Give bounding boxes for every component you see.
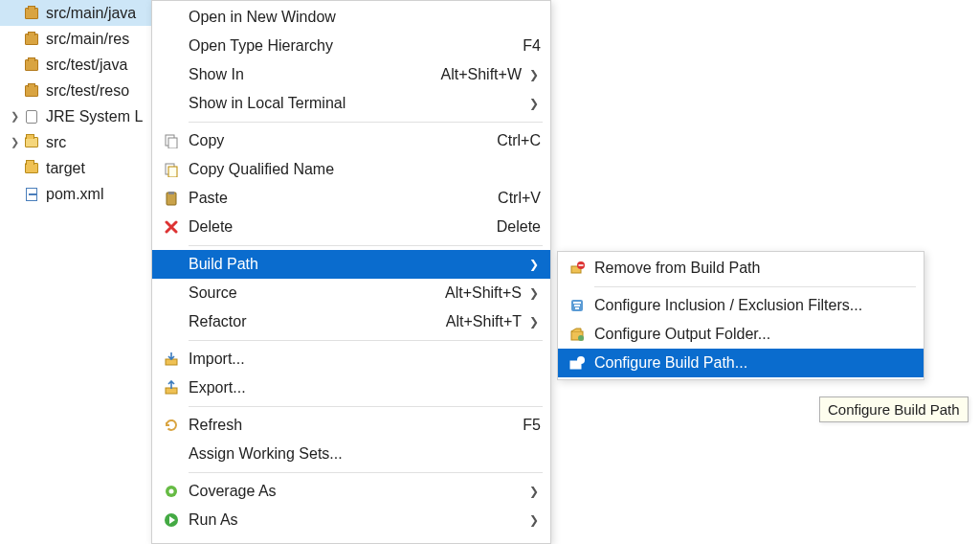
menu-separator	[189, 340, 543, 341]
pkg-icon	[23, 31, 40, 48]
blank-icon	[160, 37, 183, 55]
tree-item[interactable]: src/test/reso	[0, 78, 153, 103]
menu-item-accel: F4	[503, 37, 541, 55]
submenu-arrow-icon: ❯	[527, 286, 541, 300]
tree-item-label: src/main/java	[46, 5, 153, 22]
expand-icon[interactable]: ❯	[8, 110, 21, 124]
submenu-arrow-icon: ❯	[527, 68, 541, 81]
menu-item-label: Export...	[189, 379, 522, 397]
menu-item-coverage-as[interactable]: Coverage As❯	[152, 477, 550, 506]
menu-item-label: Build Path	[189, 256, 522, 273]
menu-item-refresh[interactable]: RefreshF5	[152, 411, 550, 440]
tree-item[interactable]: src/main/res	[0, 26, 153, 52]
buildpath-icon	[566, 354, 589, 372]
submenu-arrow-icon: ❯	[527, 513, 541, 527]
menu-item-accel: Alt+Shift+T	[427, 313, 522, 330]
menu-item-copy[interactable]: CopyCtrl+C	[152, 126, 550, 155]
pkg-icon	[23, 57, 40, 74]
menu-item-label: Copy Qualified Name	[189, 161, 522, 178]
blank-icon	[160, 256, 183, 273]
menu-item-open-type-hierarchy[interactable]: Open Type HierarchyF4	[152, 32, 550, 60]
menu-item-label: Coverage As	[189, 483, 522, 500]
menu-item-build-path[interactable]: Build Path❯	[152, 250, 550, 279]
menu-item-label: Refresh	[189, 417, 503, 434]
paste-icon	[160, 190, 183, 207]
svg-rect-17	[575, 307, 579, 309]
menu-item-configure-inclusion-exclusion-filters[interactable]: Configure Inclusion / Exclusion Filters.…	[558, 291, 924, 320]
menu-item-label: Paste	[189, 190, 479, 207]
menu-item-accel: Ctrl+C	[478, 132, 541, 149]
pkg-icon	[23, 82, 40, 100]
menu-item-accel: Alt+Shift+S	[426, 284, 522, 302]
menu-item-label: Assign Working Sets...	[189, 445, 522, 463]
menu-item-label: Show in Local Terminal	[189, 95, 522, 112]
tree-item[interactable]: ❯JRE System L	[0, 103, 153, 129]
tree-item[interactable]: src/test/java	[0, 52, 153, 78]
expand-icon[interactable]: ❯	[8, 136, 21, 149]
export-icon	[160, 379, 183, 397]
menu-item-paste[interactable]: PasteCtrl+V	[152, 184, 550, 213]
buildpath-submenu: Remove from Build PathConfigure Inclusio…	[557, 251, 924, 380]
menu-item-accel: Ctrl+V	[479, 190, 541, 207]
menu-item-source[interactable]: SourceAlt+Shift+S❯	[152, 279, 550, 307]
tooltip: Configure Build Path	[819, 397, 969, 422]
menu-item-configure-output-folder[interactable]: Configure Output Folder...	[558, 320, 924, 349]
menu-item-label: Delete	[189, 218, 478, 236]
tree-item-label: src/test/reso	[46, 82, 153, 100]
svg-point-19	[578, 335, 584, 341]
xml-icon	[23, 186, 40, 203]
run-icon	[160, 511, 183, 529]
menu-item-import[interactable]: Import...	[152, 345, 550, 374]
tree-item-label: src/test/java	[46, 57, 153, 74]
coverage-icon	[160, 483, 183, 500]
copyq-icon	[160, 161, 183, 178]
menu-item-configure-build-path[interactable]: Configure Build Path...	[558, 349, 924, 377]
tree-item[interactable]: src/main/java	[0, 0, 153, 26]
submenu-arrow-icon: ❯	[527, 258, 541, 271]
menu-item-label: Source	[189, 284, 426, 302]
blank-icon	[160, 95, 183, 112]
blank-icon	[160, 66, 183, 83]
copy-icon	[160, 132, 183, 149]
project-tree: src/main/javasrc/main/ressrc/test/javasr…	[0, 0, 153, 207]
svg-rect-1	[168, 138, 177, 148]
menu-separator	[189, 245, 543, 246]
menu-item-assign-working-sets[interactable]: Assign Working Sets...	[152, 440, 550, 468]
tree-item-label: target	[46, 160, 153, 177]
fld-icon	[23, 160, 40, 177]
refresh-icon	[160, 417, 183, 434]
menu-item-accel: Alt+Shift+W	[422, 66, 522, 83]
tree-item-label: src	[46, 134, 153, 151]
menu-item-show-in[interactable]: Show InAlt+Shift+W❯	[152, 60, 550, 89]
blank-icon	[160, 445, 183, 463]
menu-separator	[594, 286, 916, 287]
tree-item[interactable]: pom.xml	[0, 181, 153, 207]
menu-item-show-in-local-terminal[interactable]: Show in Local Terminal❯	[152, 89, 550, 118]
submenu-arrow-icon: ❯	[527, 485, 541, 498]
menu-item-run-as[interactable]: Run As❯	[152, 506, 550, 534]
menu-item-export[interactable]: Export...	[152, 374, 550, 402]
svg-point-9	[169, 489, 174, 494]
menu-item-label: Configure Output Folder...	[594, 326, 895, 343]
svg-rect-13	[579, 264, 584, 266]
output-icon	[566, 326, 589, 343]
menu-item-label: Open in New Window	[189, 9, 522, 26]
jar-icon	[23, 108, 40, 125]
svg-rect-5	[168, 192, 174, 194]
tree-item[interactable]: target	[0, 155, 153, 181]
tree-item-label: src/main/res	[46, 31, 153, 48]
menu-item-refactor[interactable]: RefactorAlt+Shift+T❯	[152, 307, 550, 336]
svg-rect-15	[573, 302, 581, 304]
tooltip-text: Configure Build Path	[828, 401, 960, 418]
menu-item-delete[interactable]: DeleteDelete	[152, 213, 550, 241]
menu-item-open-in-new-window[interactable]: Open in New Window	[152, 3, 550, 32]
menu-item-copy-qualified-name[interactable]: Copy Qualified Name	[152, 155, 550, 184]
submenu-arrow-icon: ❯	[527, 97, 541, 110]
menu-item-label: Refactor	[189, 313, 427, 330]
tree-item[interactable]: ❯src	[0, 129, 153, 155]
menu-separator	[189, 472, 543, 473]
menu-separator	[189, 122, 543, 123]
pkg-icon	[23, 5, 40, 22]
svg-rect-3	[168, 167, 177, 177]
menu-item-remove-from-build-path[interactable]: Remove from Build Path	[558, 254, 924, 283]
